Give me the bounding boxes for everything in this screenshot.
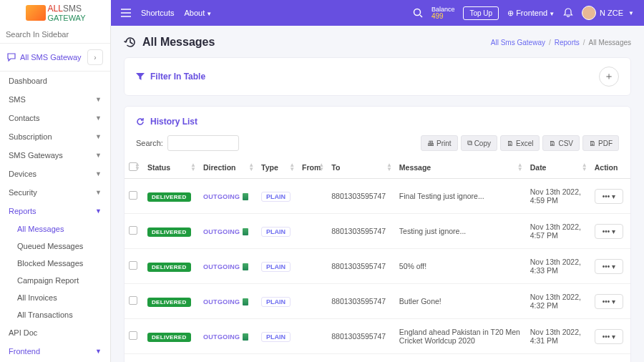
status-badge: DELIVERED [147, 263, 191, 272]
to-cell: 8801303595747 [327, 354, 395, 363]
crumb-current: All Messages [589, 39, 631, 47]
logo-text: ALLSMS GATEWAY [48, 4, 86, 22]
sidebar-sub-blocked-messages[interactable]: Blocked Messages [0, 255, 110, 272]
main-content: All Messages All Sms Gateway/ Reports/ A… [111, 26, 644, 362]
logo-box: ALLSMS GATEWAY [0, 0, 111, 26]
crumb-reports[interactable]: Reports [555, 39, 580, 47]
sidebar-search-input[interactable] [0, 26, 110, 44]
col-type[interactable]: Type▲▼ [257, 157, 298, 179]
chevron-down-icon: ▼ [95, 207, 102, 215]
sidebar-item-dashboard[interactable]: Dashboard [0, 72, 110, 90]
filter-toggle[interactable]: Filter In Table [136, 72, 205, 82]
filter-card: Filter In Table ＋ [124, 57, 631, 96]
direction-value: OUTGOING [203, 228, 240, 235]
breadcrumb: All Sms Gateway/ Reports/ All Messages [491, 39, 631, 47]
from-cell [298, 214, 327, 249]
sidebar-brand-row[interactable]: All SMS Gateway › [0, 44, 110, 72]
sidebar-item-sms[interactable]: SMS▼ [0, 90, 110, 109]
add-button[interactable]: ＋ [599, 67, 619, 87]
col-message[interactable]: Message▲▼ [395, 157, 526, 179]
header-bar: Shortcuts About▼ Balance 499 Top Up ⊕Fro… [111, 6, 644, 20]
refresh-icon[interactable] [136, 117, 145, 126]
sidebar-item-api-doc[interactable]: API Doc [0, 323, 110, 342]
sidebar-sub-all-invoices[interactable]: All Invoices [0, 289, 110, 306]
direction-value: OUTGOING [203, 193, 240, 200]
top-header: ALLSMS GATEWAY Shortcuts About▼ Balance … [0, 0, 644, 26]
status-badge: DELIVERED [147, 298, 191, 307]
row-checkbox[interactable] [129, 331, 137, 340]
sidebar-item-contacts[interactable]: Contacts▼ [0, 109, 110, 127]
sim-icon [243, 298, 248, 305]
row-action-button[interactable]: ••• ▾ [595, 224, 623, 239]
search-label: Search: [136, 139, 163, 147]
status-badge: DELIVERED [147, 192, 191, 202]
to-cell: 8801303595747 [327, 319, 395, 354]
history-icon [124, 36, 137, 49]
direction-value: OUTGOING [203, 333, 240, 341]
row-checkbox[interactable] [129, 296, 137, 305]
messages-table: ▲▼ Status▲▼ Direction▲▼ Type▲▼ From▲▼ To… [125, 157, 630, 362]
search-icon[interactable] [413, 8, 423, 18]
to-cell: 8801303595747 [327, 284, 395, 319]
about-dropdown[interactable]: About▼ [184, 9, 212, 17]
crumb-home[interactable]: All Sms Gateway [491, 39, 545, 47]
copy-button[interactable]: ⧉Copy [461, 135, 497, 151]
chevron-down-icon: ▼ [95, 348, 102, 355]
balance-display: Balance 499 [431, 6, 455, 20]
status-badge: DELIVERED [147, 333, 191, 342]
table-row: DELIVEREDOUTGOINGPLAIN8801303595747Engla… [125, 319, 630, 354]
row-checkbox[interactable] [129, 226, 137, 235]
chevron-down-icon: ▼ [95, 170, 102, 177]
logo-icon [26, 5, 46, 21]
print-button[interactable]: 🖶Print [421, 135, 458, 151]
sidebar-sub-queued-messages[interactable]: Queued Messages [0, 238, 110, 255]
table-search-input[interactable] [167, 135, 239, 151]
to-cell: 8801303595747 [327, 249, 395, 284]
sidebar-sub-campaign-report[interactable]: Campaign Report [0, 272, 110, 289]
col-from[interactable]: From▲▼ [298, 157, 327, 179]
sidebar-sub-all-transactions[interactable]: All Transactions [0, 306, 110, 323]
row-checkbox[interactable] [129, 261, 137, 270]
excel-button[interactable]: 🗎Excel [500, 135, 540, 151]
table-row: DELIVEREDOUTGOINGPLAIN8801303595747Final… [125, 179, 630, 214]
frontend-dropdown[interactable]: ⊕Frontend▼ [507, 9, 555, 18]
pdf-button[interactable]: 🗎PDF [582, 135, 619, 151]
avatar [582, 6, 596, 20]
sidebar-sub-all-messages[interactable]: All Messages [0, 220, 110, 238]
row-action-button[interactable]: ••• ▾ [595, 329, 623, 344]
csv-button[interactable]: 🗎CSV [542, 135, 580, 151]
type-value: PLAIN [261, 262, 291, 272]
col-to[interactable]: To▲▼ [327, 157, 395, 179]
sidebar-item-reports[interactable]: Reports▼ [0, 202, 110, 220]
col-date[interactable]: Date▲▼ [526, 157, 590, 179]
file-icon: 🗎 [589, 140, 596, 147]
table-toolbar: Search: 🖶Print ⧉Copy 🗎Excel 🗎CSV 🗎PDF [125, 129, 630, 151]
from-cell [298, 249, 327, 284]
message-cell: Final Testing just ignore... [395, 179, 526, 214]
type-value: PLAIN [261, 297, 291, 307]
date-cell: Nov 13th 2022, 4:59 PM [526, 179, 590, 214]
sidebar-item-devices[interactable]: Devices▼ [0, 165, 110, 183]
logo[interactable]: ALLSMS GATEWAY [26, 4, 86, 22]
chevron-down-icon: ▼ [95, 114, 102, 122]
row-action-button[interactable]: ••• ▾ [595, 189, 623, 204]
status-badge: DELIVERED [147, 228, 191, 237]
chevron-down-icon: ▼ [95, 96, 102, 103]
sidebar-item-frontend[interactable]: Frontend▼ [0, 342, 110, 361]
chevron-right-icon[interactable]: › [87, 49, 103, 65]
row-checkbox[interactable] [129, 191, 137, 200]
sidebar-item-subscription[interactable]: Subscription▼ [0, 127, 110, 146]
user-menu[interactable]: N ZCE▼ [582, 6, 634, 20]
sidebar-item-security[interactable]: Security▼ [0, 183, 110, 202]
history-heading: History List [125, 107, 630, 129]
chevron-down-icon: ▼ [95, 133, 102, 140]
col-status[interactable]: Status▲▼ [143, 157, 199, 179]
topup-button[interactable]: Top Up [463, 6, 499, 20]
col-direction[interactable]: Direction▲▼ [199, 157, 257, 179]
menu-toggle-icon[interactable] [121, 9, 131, 17]
shortcuts-link[interactable]: Shortcuts [141, 9, 174, 17]
row-action-button[interactable]: ••• ▾ [595, 294, 623, 309]
bell-icon[interactable] [563, 8, 573, 18]
row-action-button[interactable]: ••• ▾ [595, 259, 623, 274]
sidebar-item-sms-gateways[interactable]: SMS Gateways▼ [0, 146, 110, 165]
